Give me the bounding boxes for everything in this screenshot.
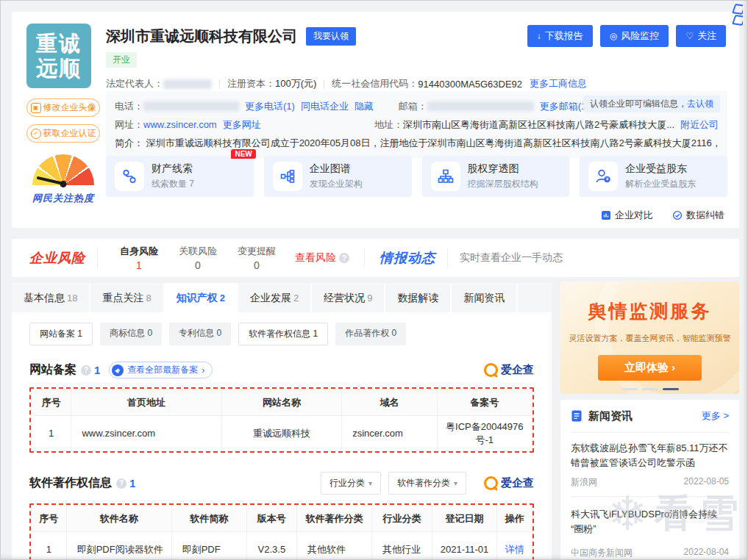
feature-card-equity-penetration[interactable]: 股权穿透图 挖掘深层股权结构 [422,156,570,197]
data-correction-link[interactable]: 数据纠错 [672,209,724,222]
carousel-dots[interactable] [560,388,739,390]
news-more-link[interactable]: 更多 > [702,409,729,423]
check-icon: ✓ [31,129,41,139]
compare-icon [601,210,611,220]
intel-desc: 实时查看企业一手动态 [460,251,563,265]
more-business-info-link[interactable]: 更多工商信息 [530,77,587,90]
news-item[interactable]: 科大讯飞iFLYBUDSPro消博会持续“圈粉” 中国商务新闻网 2022-08… [571,497,729,560]
news-date: 2022-08-04 [684,547,729,559]
aiqicha-logo-icon [484,476,498,490]
company-name: 深圳市重诚远顺科技有限公司 [106,26,297,46]
industry-filter-dropdown[interactable]: 行业分类 ▾ [321,472,381,495]
website-filing-table: 序号 首页地址 网站名称 域名 备案号 1 www.zsincer.com 重诚… [31,389,532,451]
divider [219,79,220,89]
download-report-button[interactable]: ↓ 下载报告 [527,25,593,47]
tab-data-interpretation[interactable]: 数据解读 [385,283,450,312]
software-category-filter-dropdown[interactable]: 软件著作分类 ▾ [388,472,466,495]
related-risk-stat[interactable]: 关联风险 0 [179,245,217,271]
aiqicha-brand: 爱企查 [484,363,534,377]
same-phone-link[interactable]: 同电话企业 [301,97,349,115]
new-badge: NEW [231,149,255,159]
detail-link[interactable]: 详情 [505,544,524,555]
software-copyright-table-annotation: 序号 软件名称 软件简称 版本号 软件著作分类 行业分类 登记日期 操作 1 即… [29,503,534,560]
website-label: 网址： [115,115,143,134]
tab-news[interactable]: 新闻资讯 [452,283,516,312]
self-risk-stat[interactable]: 自身风险 1 [120,245,158,271]
software-copyright-title: 软件著作权信息 [29,475,112,491]
claim-company-button[interactable]: 我要认领 [306,27,356,46]
news-source: 中国商务新闻网 [571,547,633,559]
view-risk-link[interactable]: 查看风险 ? [295,251,349,265]
heart-icon: ♡ [685,31,694,41]
gauge-pivot [60,181,67,187]
pill-patents[interactable]: 专利信息 0 [169,323,231,345]
cut-off-floating-widget-icon[interactable] [731,3,743,26]
reg-capital-value: 100万(元) [275,77,316,90]
feature-card-company-graph[interactable]: 企业图谱 发现企业架构 [264,156,412,197]
company-compare-link[interactable]: 企业对比 [601,209,653,222]
logo-line2: 远顺 [36,56,82,81]
tab-bar-filler [518,283,552,312]
try-now-button[interactable]: 立即体验 › [598,355,702,381]
tab-intellectual-property[interactable]: 知识产权2 [165,283,237,312]
sentiment-monitoring-banner[interactable]: 舆情监测服务 灵活设置方案，覆盖全网资讯，智能监测预警 立即体验 › [560,281,739,394]
pill-software-copyright[interactable]: 软件著作权信息 1 [238,323,328,345]
pill-trademarks[interactable]: 商标信息 0 [100,323,162,345]
news-source: 新浪网 [571,476,597,489]
subsection-pills: 网站备案 1 商标信息 0 专利信息 0 软件著作权信息 1 作品著作权 0 [12,312,552,345]
more-phones-link[interactable]: 更多电话(1) [245,97,295,115]
news-card: 新闻资讯 更多 > 东软载波副总孙雪飞年薪85.11万还不错曾被监管谈话公司吃警… [560,400,739,560]
intro-label: 简介： [115,137,143,148]
edit-avatar-button[interactable]: ▣ 修改企业头像 [26,98,100,117]
tab-key-focus[interactable]: 重点关注8 [90,283,163,312]
equity-penetration-icon [431,162,460,191]
software-copyright-count: 1 [129,477,135,489]
pill-work-copyright[interactable]: 作品著作权 0 [335,323,406,345]
svg-text:¥: ¥ [606,176,609,182]
phone-label: 电话： [115,97,143,115]
more-emails-link[interactable]: 更多邮箱(1) [540,97,590,115]
picture-icon: ▣ [31,103,41,113]
question-icon: ? [339,253,349,263]
hide-phone-link[interactable]: 隐藏 [355,97,374,115]
banner-subtitle: 灵活设置方案，覆盖全网资讯，智能监测预警 [560,333,739,344]
company-header-card: 重诚 远顺 深圳市重诚远顺科技有限公司 我要认领 ↓ 下载报告 ◎ 风险监控 ♡… [12,12,739,228]
divider [324,79,324,89]
news-item[interactable]: 东软载波副总孙雪飞年薪85.11万还不错曾被监管谈话公司吃警示函 新浪网 202… [571,433,729,497]
monitor-icon: ◎ [610,31,617,41]
table-header-row: 序号 软件名称 软件简称 版本号 软件著作分类 行业分类 登记日期 操作 [32,506,532,532]
feature-card-beneficial-owners[interactable]: ¥ 企业受益股东 解析企业受益股东 [580,156,727,197]
risk-monitor-button[interactable]: ◎ 风险监控 [600,25,669,47]
website-filing-title: 网站备案 [29,362,76,378]
divider [447,248,448,268]
software-copyright-section-header: 软件著作权信息 ? 1 行业分类 ▾ 软件著作分类 ▾ 爱企查 [29,472,534,495]
website-link[interactable]: www.zsincer.com [143,115,217,134]
credit-code-label: 统一社会信用代码： [332,77,418,90]
risk-bar: 企业风险 自身风险 1 关联风险 0 变更提醒 0 查看风险 ? 情报动态 实时… [12,239,739,277]
nearby-companies-link[interactable]: 附近公司 [680,115,719,134]
chevron-right-icon: › [202,365,204,376]
go-claim-link[interactable]: 去认领 [687,98,713,109]
sidebar: 舆情监测服务 灵活设置方案，覆盖全网资讯，智能监测预警 立即体验 › 新闻资讯 … [560,281,739,560]
view-all-filings-button[interactable]: 查看全部最新备案 › [109,362,213,378]
follow-button[interactable]: ♡ 关注 [676,25,726,47]
question-icon: ? [116,478,127,489]
change-reminder-stat[interactable]: 变更提醒 0 [238,245,276,271]
credit-code-value: 91440300MA5G63DE92 [418,79,522,90]
tab-basic-info[interactable]: 基本信息18 [12,283,89,312]
beneficial-owners-icon: ¥ [588,162,618,191]
feature-card-asset-clues[interactable]: NEW 财产线索 线索数量 7 [106,156,254,197]
table-header-row: 序号 首页地址 网站名称 域名 备案号 [32,390,532,416]
intro-value: 深圳市重诚远顺科技有限公司成立于2020年05月08日，注册地位于深圳市南山区粤… [146,137,719,148]
legal-rep-label: 法定代表人： [106,77,163,90]
more-websites-link[interactable]: 更多网址 [223,115,261,134]
aiqicha-brand: 爱企查 [484,476,534,490]
pill-website-filing[interactable]: 网站备案 1 [29,323,93,345]
website-filing-table-annotation: 序号 首页地址 网站名称 域名 备案号 1 www.zsincer.com 重诚… [29,387,534,453]
question-icon: ? [81,365,91,376]
heat-label: 网民关注热度 [26,192,100,205]
get-certification-button[interactable]: ✓ 获取企业认证 [26,124,100,143]
tab-company-development[interactable]: 企业发展2 [238,283,310,312]
logo-line1: 重诚 [36,31,82,56]
tab-operating-status[interactable]: 经营状况9 [312,283,384,312]
